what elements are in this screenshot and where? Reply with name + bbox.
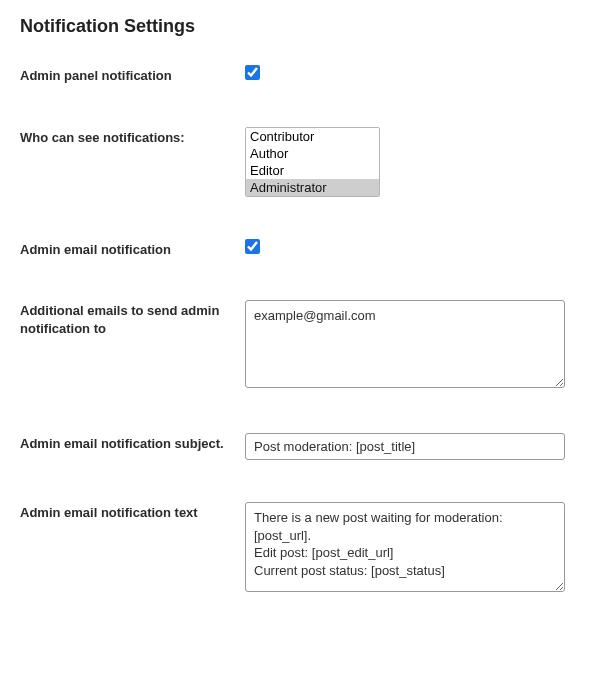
- textarea-email-text[interactable]: [245, 502, 565, 592]
- label-who-can-see: Who can see notifications:: [20, 127, 245, 147]
- page-title: Notification Settings: [20, 16, 580, 37]
- option-editor[interactable]: Editor: [246, 162, 379, 179]
- row-email-subject: Admin email notification subject.: [20, 433, 580, 460]
- row-admin-email-notification: Admin email notification: [20, 239, 580, 259]
- row-additional-emails: Additional emails to send admin notifica…: [20, 300, 580, 391]
- checkbox-admin-panel-notification[interactable]: [245, 65, 260, 80]
- label-admin-panel-notification: Admin panel notification: [20, 65, 245, 85]
- option-contributor[interactable]: Contributor: [246, 128, 379, 145]
- label-email-text: Admin email notification text: [20, 502, 245, 522]
- checkbox-admin-email-notification[interactable]: [245, 239, 260, 254]
- row-admin-panel-notification: Admin panel notification: [20, 65, 580, 85]
- option-administrator[interactable]: Administrator: [246, 179, 379, 196]
- label-additional-emails: Additional emails to send admin notifica…: [20, 300, 245, 337]
- select-who-can-see[interactable]: Contributor Author Editor Administrator: [245, 127, 380, 197]
- option-author[interactable]: Author: [246, 145, 379, 162]
- label-email-subject: Admin email notification subject.: [20, 433, 245, 453]
- textarea-additional-emails[interactable]: [245, 300, 565, 388]
- label-admin-email-notification: Admin email notification: [20, 239, 245, 259]
- row-who-can-see: Who can see notifications: Contributor A…: [20, 127, 580, 197]
- row-email-text: Admin email notification text: [20, 502, 580, 595]
- input-email-subject[interactable]: [245, 433, 565, 460]
